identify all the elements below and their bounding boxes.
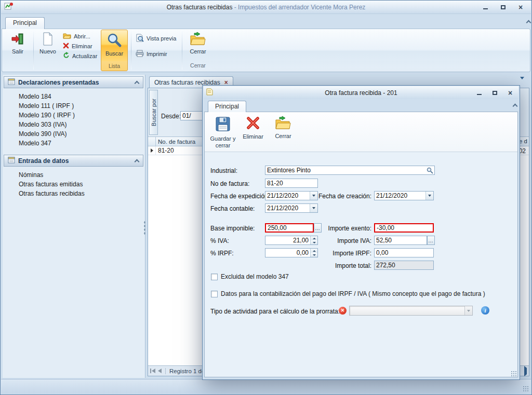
no-factura-field[interactable] [265,179,318,188]
dialog-resize-grip[interactable] [511,371,517,377]
excluida-checkbox[interactable] [211,274,218,280]
excluida-checkbox-row[interactable]: Excluida del modelo 347 [211,273,289,280]
eliminar-label: Eliminar [243,133,263,140]
maximize-icon [501,5,506,9]
actualizar-button[interactable]: Actualizar [61,51,103,61]
panel-declaraciones-title: Declaraciones presentadas [18,79,99,86]
ribbon-tab-principal[interactable]: Principal [5,17,45,29]
save-icon [215,116,231,134]
salir-button[interactable]: Salir [5,30,30,63]
sidebar-item-modelo-303[interactable]: Modelo 303 (IVA) [3,120,143,129]
dialog-icon [206,88,213,97]
sidebar-splitter[interactable] [144,221,145,235]
calendar-dropdown-button[interactable] [425,192,433,200]
tab-close-icon[interactable]: × [224,79,228,86]
datos-pago-checkbox[interactable] [211,291,218,297]
fecha-creacion-input[interactable] [375,192,425,200]
info-icon[interactable]: i [481,306,489,315]
dialog-client-area: Guardar y cerrar Eliminar Cerrar [204,112,518,377]
buscar-por-collapsed-panel[interactable]: Buscar por [149,90,158,135]
industrial-field[interactable] [265,166,435,175]
ribbon-separator [33,31,34,70]
refresh-icon [63,52,70,60]
dialog-eliminar-button[interactable]: Eliminar [239,114,267,151]
sidebar-item-modelo-190[interactable]: Modelo 190 ( IRPF ) [3,111,143,120]
dialog-close-button[interactable]: × [505,88,515,97]
fecha-creacion-field[interactable] [374,191,434,200]
printer-icon [136,50,144,58]
chevron-up-icon [134,158,139,164]
sidebar-item-modelo-111[interactable]: Modelo 111 ( IRPF ) [3,101,143,111]
sidebar-item-nominas[interactable]: Nóminas [3,170,143,180]
dialog-minimize-button[interactable] [474,88,484,97]
open-folder-icon [63,32,71,40]
nuevo-icon [42,32,54,47]
importe-irpf-input[interactable] [374,248,434,257]
sidebar-item-otras-facturas-recibidas[interactable]: Otras facturas recibidas [3,189,143,198]
importe-iva-ellipsis-button[interactable]: … [427,236,435,245]
industrial-label: Industrial: [210,167,237,174]
sidebar-item-modelo-390[interactable]: Modelo 390 (IVA) [3,129,143,139]
sidebar-item-modelo-184[interactable]: Modelo 184 [3,92,143,101]
fecha-creacion-label: Fecha de creación: [307,193,371,200]
nuevo-label: Nuevo [39,48,56,55]
chevron-up-icon [134,80,139,85]
scroll-right-button[interactable] [524,368,527,374]
lookup-search-icon[interactable] [425,166,434,174]
nuevo-button[interactable]: Nuevo [36,30,59,63]
dialog-tab-principal[interactable]: Principal [208,101,246,112]
fecha-expedicion-label: Fecha de expedición: [210,193,270,200]
abrir-label: Abrir... [74,33,90,39]
panel-declaraciones-header[interactable]: Declaraciones presentadas [4,76,143,88]
cerrar-label: Cerrar [190,48,206,55]
importe-iva-field[interactable] [374,236,427,245]
tab-list-dropdown-button[interactable] [520,79,524,87]
chevron-down-icon [312,207,315,209]
panel-entrada-datos-title: Entrada de datos [18,157,69,165]
close-folder-icon [190,32,206,47]
datos-pago-checkbox-row[interactable]: Datos para la contabilización del pago d… [211,290,485,297]
dialog-maximize-button[interactable] [489,88,500,97]
cerrar-button[interactable]: Cerrar [185,30,211,61]
prev-record-button[interactable] [157,368,162,374]
calendar-dropdown-button[interactable] [310,204,317,212]
close-button[interactable]: × [515,3,526,11]
delete-x-icon [246,116,260,132]
vista-previa-button[interactable]: Vista previa [134,33,180,43]
imprimir-label: Imprimir [147,51,167,57]
industrial-input[interactable] [265,166,425,174]
close-folder-icon [275,116,291,131]
window-resize-grip[interactable] [523,386,529,392]
pct-iva-input[interactable] [265,236,310,244]
fecha-contable-input[interactable] [265,204,310,212]
importe-exento-input[interactable] [374,223,434,233]
group-lista-label: Lista [101,61,127,71]
importe-exento-field[interactable] [374,223,434,233]
window-title: Otras facturas recibidas - Impuestos del… [1,4,531,11]
importe-iva-input[interactable] [374,236,427,245]
fecha-contable-field[interactable] [265,203,318,213]
navigator-separator [165,368,166,374]
no-factura-input[interactable] [265,179,318,188]
sidebar-item-modelo-347[interactable]: Modelo 347 [3,139,143,148]
minimize-button[interactable] [480,3,490,11]
dialog-cerrar-button[interactable]: Cerrar [269,114,297,151]
sidebar-item-otras-facturas-emitidas[interactable]: Otras facturas emitidas [3,180,143,189]
eliminar-button[interactable]: Eliminar [61,41,103,51]
importe-irpf-field[interactable] [374,248,434,257]
pct-irpf-input[interactable] [265,249,310,257]
abrir-button[interactable]: Abrir... [61,31,103,41]
factura-dialog: Otra factura recibida - 201 × Principal … [202,85,520,380]
grid-marker-header [148,137,156,146]
panel-entrada-datos-header[interactable]: Entrada de datos [4,155,143,167]
prorrata-dropdown[interactable] [349,306,473,316]
fecha-expedicion-input[interactable] [265,192,310,200]
desde-label: Desde: [161,113,181,120]
imprimir-button[interactable]: Imprimir [134,49,180,59]
fecha-contable-label: Fecha contable: [210,205,255,212]
guardar-y-cerrar-button[interactable]: Guardar y cerrar [209,114,237,151]
maximize-button[interactable] [498,3,508,11]
first-record-button[interactable] [150,368,155,374]
buscar-button[interactable]: Buscar [101,30,127,61]
grid-header-no-factura[interactable]: No. de factura [156,137,203,146]
